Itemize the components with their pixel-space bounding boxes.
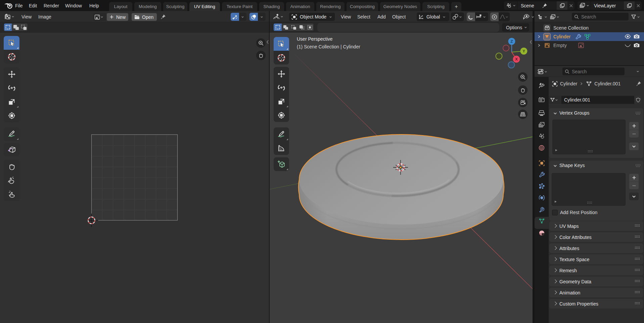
svg-text:Y: Y <box>522 49 525 53</box>
svg-text:Z: Z <box>510 39 513 43</box>
svg-text:X: X <box>515 57 518 61</box>
